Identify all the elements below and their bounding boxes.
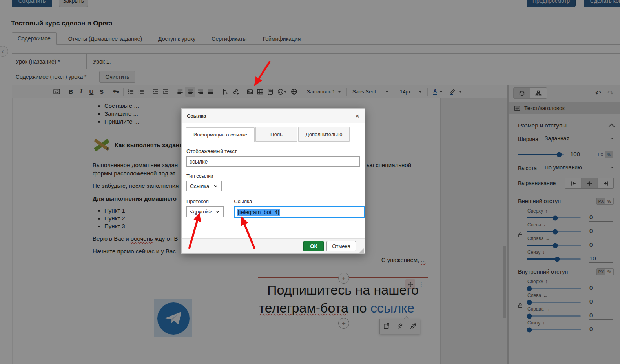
link-dialog-tabs: Информация о ссылке Цель Дополнительно [182, 123, 365, 142]
app-window: Сохранить Закрыть Предпросмотр Сделать к… [0, 0, 620, 364]
tab-link-advanced[interactable]: Дополнительно [298, 127, 350, 142]
link-dialog-title: Ссылка [187, 113, 206, 119]
url-label: Ссылка [234, 198, 365, 204]
display-text-input[interactable] [186, 156, 360, 167]
tab-link-info[interactable]: Информация о ссылке [186, 127, 255, 142]
close-dialog-button[interactable]: × [355, 112, 359, 120]
dialog-resize-handle[interactable] [359, 248, 364, 253]
link-dialog-footer: ОК Отмена [182, 238, 365, 253]
ok-button[interactable]: ОК [303, 241, 324, 251]
link-dialog: Ссылка × Информация о ссылке Цель Дополн… [181, 108, 365, 254]
protocol-select[interactable]: <другой> [186, 206, 224, 217]
display-text-label: Отображаемый текст [186, 148, 360, 154]
chevron-down-icon [213, 184, 218, 189]
url-input[interactable]: {telegram_bot_4} [234, 206, 365, 218]
link-dialog-body: Отображаемый текст Тип ссылки Ссылка Про… [182, 142, 365, 238]
protocol-label: Протокол [186, 198, 224, 204]
tab-link-target[interactable]: Цель [255, 127, 297, 142]
link-type-label: Тип ссылки [186, 173, 360, 179]
link-dialog-header[interactable]: Ссылка × [182, 109, 365, 123]
cancel-button[interactable]: Отмена [326, 241, 356, 251]
chevron-down-icon [215, 209, 220, 214]
link-type-select[interactable]: Ссылка [186, 181, 222, 191]
url-selected-text: {telegram_bot_4} [237, 209, 280, 216]
close-icon: × [355, 112, 359, 120]
